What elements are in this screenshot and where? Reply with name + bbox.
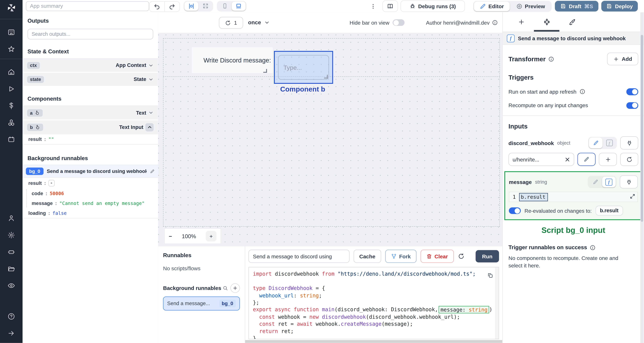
help-icon[interactable] (8, 312, 15, 320)
connect-input-button[interactable] (620, 175, 638, 188)
chevron-down-icon[interactable] (148, 110, 154, 116)
app-summary-input[interactable]: App summary (26, 1, 149, 11)
add-transformer-button[interactable]: Add (607, 52, 638, 65)
eval-input-button[interactable]: f (602, 138, 616, 148)
more-menu-button[interactable] (370, 0, 376, 12)
debug-runs-button[interactable]: Debug runs (3) (400, 0, 465, 12)
component-a-text[interactable]: Write Discord message: (192, 47, 273, 73)
sidebar-item-resources[interactable] (8, 119, 15, 126)
static-input-button[interactable] (589, 138, 602, 148)
canvas-toolbar: 1 once Hide bar on view Author henri@win… (158, 12, 502, 34)
static-input-button[interactable] (588, 177, 602, 188)
refresh-count-box[interactable]: 1 (219, 17, 243, 29)
bg0-row[interactable]: bg_0 Send a message to discord using web… (23, 165, 158, 178)
sidebar-item-favorites[interactable] (8, 45, 15, 53)
panel-scrollbar[interactable] (640, 12, 644, 343)
info-icon[interactable] (590, 244, 596, 250)
resize-handle[interactable] (324, 75, 328, 78)
code-line: import discordwebhook from "https://deno… (253, 270, 498, 278)
fullscreen-button[interactable] (198, 2, 212, 10)
desktop-view-button[interactable] (232, 2, 246, 10)
reeval-target-chip[interactable]: b.result (596, 206, 623, 216)
undo-button[interactable] (150, 2, 164, 11)
eval-input-button[interactable]: f (602, 177, 616, 188)
app-summary-placeholder: App summary (30, 3, 63, 9)
info-icon[interactable] (579, 89, 585, 95)
sidebar-item-folders[interactable] (8, 265, 15, 273)
text-input-component[interactable]: Type... (278, 55, 329, 80)
bg0-result-row[interactable]: result:- (23, 178, 158, 188)
component-row-b[interactable]: b Text Input (23, 120, 158, 134)
tab-settings-component[interactable] (534, 18, 560, 26)
redo-button[interactable] (164, 2, 180, 11)
selected-script-header[interactable]: f Send a message to discord using webhoo… (503, 32, 644, 45)
sidebar-item-audit[interactable] (8, 282, 15, 290)
editor-preview-toggle: Editor Preview (473, 0, 552, 12)
clear-value-icon[interactable] (565, 157, 570, 162)
message-expr-editor[interactable]: 1 b.result (509, 192, 638, 202)
horizontal-scrollbar[interactable] (245, 340, 502, 343)
create-resource-button[interactable] (599, 153, 617, 166)
docs-button[interactable] (382, 0, 398, 12)
refresh-icon[interactable] (225, 20, 231, 26)
sidebar-item-user[interactable] (8, 214, 15, 222)
code-editor[interactable]: import discordwebhook from "https://deno… (248, 267, 499, 340)
tab-insert[interactable] (508, 18, 534, 26)
draft-button[interactable]: Draft⌘S (555, 1, 598, 12)
zoom-in-button[interactable]: + (206, 231, 216, 242)
expand-icon[interactable] (630, 194, 636, 199)
connect-input-button[interactable] (620, 136, 638, 150)
edit-icon[interactable] (150, 169, 155, 174)
resize-handle[interactable] (263, 69, 267, 73)
fork-button[interactable]: Fork (385, 250, 416, 263)
refresh-icon[interactable] (458, 253, 464, 260)
run-button[interactable]: Run (476, 250, 499, 263)
add-runnable-button[interactable] (230, 284, 240, 293)
tab-editor[interactable]: Editor (474, 2, 510, 11)
zoom-out-button[interactable]: − (169, 233, 172, 239)
sidebar-item-variables[interactable] (8, 102, 15, 110)
sidebar-item-runs[interactable] (8, 85, 15, 93)
info-icon[interactable] (492, 20, 498, 26)
tab-preview[interactable]: Preview (510, 2, 551, 11)
code-scrollbar[interactable] (495, 268, 499, 339)
sidebar-item-home[interactable] (8, 68, 15, 76)
sidebar-item-workers[interactable] (8, 248, 15, 256)
edit-resource-button[interactable] (578, 153, 596, 166)
sidebar-item-apps[interactable] (8, 28, 15, 36)
copy-icon[interactable] (487, 272, 493, 278)
recompute-toggle[interactable] (626, 102, 638, 109)
mobile-view-button[interactable] (218, 2, 232, 10)
discord-webhook-value-input[interactable]: u/henri/te... (508, 153, 574, 166)
script-name-input[interactable]: Send a message to discord using (248, 250, 350, 263)
tab-styling[interactable] (559, 18, 585, 26)
runnable-item-bg0[interactable]: Send a message... bg_0 (163, 297, 240, 311)
run-on-start-toggle[interactable] (626, 88, 638, 95)
search-outputs-input[interactable]: Search outputs... (28, 29, 153, 40)
hide-bar-toggle[interactable] (393, 19, 404, 26)
chevron-down-icon[interactable] (148, 76, 154, 82)
state-type-label: State (134, 76, 146, 82)
reeval-toggle[interactable] (509, 207, 521, 214)
background-runnables-title: Background runnables (28, 155, 153, 161)
collapse-rail-icon[interactable] (8, 330, 15, 337)
app-canvas[interactable]: Write Discord message: Type... Component… (158, 33, 502, 246)
component-row-a[interactable]: a Text (23, 106, 158, 120)
component-b-selected[interactable]: Type... (274, 51, 333, 84)
center-align-button[interactable] (184, 2, 198, 10)
output-row-state[interactable]: state State (23, 73, 158, 86)
chevron-up-icon[interactable] (145, 123, 154, 131)
output-row-ctx[interactable]: ctx App Context (23, 59, 158, 72)
windmill-logo-icon[interactable] (6, 2, 17, 13)
deploy-button[interactable]: Deploy (601, 1, 638, 12)
cache-button[interactable]: Cache (354, 250, 381, 263)
clear-button[interactable]: Clear (420, 250, 454, 263)
search-icon[interactable] (222, 286, 228, 291)
chevron-down-icon[interactable] (148, 62, 154, 68)
refresh-resource-button[interactable] (620, 153, 638, 166)
info-icon[interactable] (548, 56, 554, 62)
sidebar-item-schedules[interactable] (8, 136, 15, 143)
interval-dropdown[interactable]: once (248, 17, 270, 28)
collapse-toggle[interactable]: - (48, 180, 54, 186)
sidebar-item-settings[interactable] (8, 231, 15, 239)
